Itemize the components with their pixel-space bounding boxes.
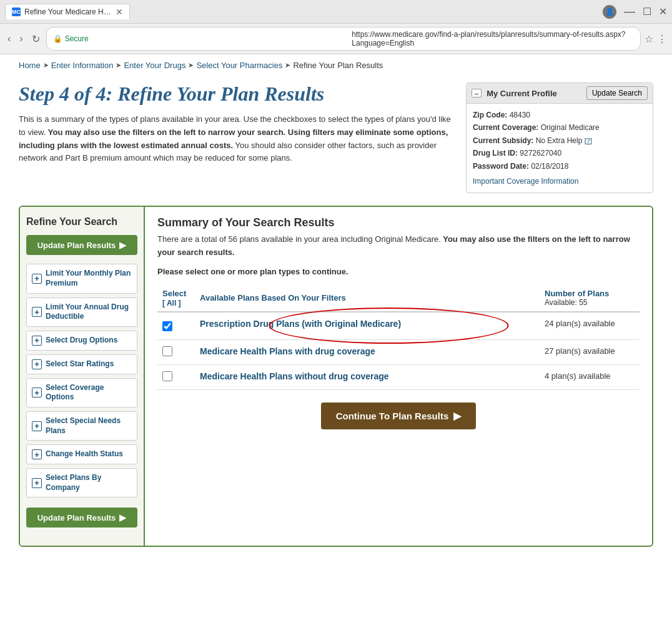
plan-checkbox-1[interactable] [162,321,172,331]
address-bar: ‹ › ↻ 🔒 Secure https://www.medicare.gov/… [0,24,672,54]
title-bar: MC Refine Your Medicare He... ✕ 👤 — ☐ ✕ [0,0,672,24]
bookmark-button[interactable]: ☆ [645,33,653,45]
continue-btn-label: Continue To Plan Results [336,411,449,421]
continue-section: Continue To Plan Results ▶ [157,390,640,436]
plan-count-cell-3: 4 plan(s) available [540,364,640,389]
plan-checkbox-cell-3 [157,364,195,389]
filter-label-6: Select Special Needs Plans [46,416,132,436]
plan-checkbox-2[interactable] [162,346,172,356]
drug-list-label: Drug List ID: [473,149,518,158]
plan-checkbox-cell-2 [157,339,195,364]
update-plan-results-button-bottom[interactable]: Update Plan Results ▶ [26,508,137,528]
profile-password-date: Password Date: 02/18/2018 [473,160,646,172]
summary-desc-text: There are a total of 56 plans available … [157,234,441,244]
summary-title: Summary of Your Search Results [157,216,640,229]
plan-count-cell-2: 27 plan(s) available [540,339,640,364]
filter-plus-icon-3: + [32,336,42,346]
profile-update-search-button[interactable]: Update Search [586,86,648,100]
header-section: Step 4 of 4: Refine Your Plan Results Th… [19,76,653,206]
available-plans-label: Available Plans Based On Your Filters [200,293,346,302]
continue-arrow-icon: ▶ [453,410,461,422]
filter-drug-options[interactable]: + Select Drug Options [26,331,137,351]
url-text: https://www.medicare.gov/find-a-plan/res… [352,30,634,48]
plan-name-cell-2: Medicare Health Plans with drug coverage [195,339,540,364]
summary-description: There are a total of 56 plans available … [157,233,640,259]
update-plan-results-button-top[interactable]: Update Plan Results ▶ [26,235,137,255]
window-minimize-button[interactable]: — [624,5,635,18]
plan-checkbox-3[interactable] [162,371,172,381]
profile-zip: Zip Code: 48430 [473,109,646,121]
breadcrumb-arrow-4: ➤ [285,61,290,69]
tab-close-button[interactable]: ✕ [116,7,123,17]
profile-minimize-button[interactable]: – [472,89,482,98]
th-select: Select [ All ] [157,285,195,312]
filter-plans-by-company[interactable]: + Select Plans By Company [26,468,137,498]
filter-plus-icon-7: + [32,449,42,459]
breadcrumb-select-pharmacies[interactable]: Select Your Pharmacies [196,61,282,70]
menu-button[interactable]: ⋮ [657,33,667,45]
plan-name-link-2[interactable]: Medicare Health Plans with drug coverage [200,346,375,356]
coverage-label: Current Coverage: [473,123,538,132]
filter-label-4: Select Star Ratings [46,359,114,369]
plan-checkbox-cell-1 [157,312,195,340]
breadcrumb-enter-drugs[interactable]: Enter Your Drugs [124,61,185,70]
available-count-value: 55 [579,298,587,307]
filter-monthly-premium[interactable]: + Limit Your Monthly Plan Premium [26,264,137,293]
filter-plus-icon-1: + [32,274,42,284]
profile-box: – My Current Profile Update Search Zip C… [466,82,653,193]
filter-star-ratings[interactable]: + Select Star Ratings [26,354,137,374]
filter-plus-icon-5: + [32,388,42,398]
window-close-button[interactable]: ✕ [659,6,667,18]
th-available-plans: Available Plans Based On Your Filters [195,285,540,312]
forward-button[interactable]: › [17,32,25,46]
summary-select-prompt: Please select one or more plan types to … [157,266,640,279]
page-title: Step 4 of 4: Refine Your Plan Results [19,82,453,106]
filter-plus-icon-2: + [32,307,42,317]
password-date-label: Password Date: [473,162,529,171]
select-all-link[interactable]: [ All ] [162,299,181,308]
profile-drug-list: Drug List ID: 9272627040 [473,147,646,159]
breadcrumb-enter-info[interactable]: Enter Information [51,61,114,70]
header-description: This is a summary of the types of plans … [19,113,453,165]
coverage-info-link[interactable]: Important Coverage Information [473,175,646,188]
browser-chrome: MC Refine Your Medicare He... ✕ 👤 — ☐ ✕ … [0,0,672,54]
breadcrumb: Home ➤ Enter Information ➤ Enter Your Dr… [19,54,653,76]
filter-coverage-options[interactable]: + Select Coverage Options [26,378,137,408]
tab-favicon: MC [12,8,21,16]
th-number-of-plans: Number of Plans Available: 55 [540,285,640,312]
subsidy-help-link[interactable]: [?] [585,137,592,144]
plan-count-3: 4 plan(s) available [545,371,611,381]
profile-subsidy: Current Subsidy: No Extra Help [?] [473,134,646,147]
filter-health-status[interactable]: + Change Health Status [26,444,137,464]
table-row: Medicare Health Plans with drug coverage… [157,339,640,364]
browser-tab[interactable]: MC Refine Your Medicare He... ✕ [5,4,130,19]
number-col-label: Number of Plans [545,289,609,298]
table-header-row: Select [ All ] Available Plans Based On … [157,285,640,312]
window-controls: 👤 — ☐ ✕ [603,5,667,19]
update-btn-bottom-wrapper: Update Plan Results ▶ [26,508,137,528]
plan-name-link-1[interactable]: Prescription Drug Plans (with Original M… [200,319,401,329]
tab-title: Refine Your Medicare He... [24,8,112,16]
secure-icon: 🔒 [53,34,62,43]
back-button[interactable]: ‹ [5,32,13,46]
reload-button[interactable]: ↻ [29,32,42,46]
profile-button[interactable]: 👤 [603,5,616,19]
breadcrumb-arrow-3: ➤ [188,61,194,69]
select-col-label: Select [162,289,186,298]
breadcrumb-home[interactable]: Home [19,61,41,70]
search-container: Refine Your Search Update Plan Results ▶… [19,206,653,547]
update-btn-label-bottom: Update Plan Results [37,513,116,522]
filter-label-5: Select Coverage Options [46,383,132,402]
available-count-label: Available: [545,298,577,307]
filter-label-7: Change Health Status [46,449,123,459]
filter-special-needs-plans[interactable]: + Select Special Needs Plans [26,411,137,441]
window-maximize-button[interactable]: ☐ [643,6,651,18]
filter-label-8: Select Plans By Company [46,473,132,492]
continue-to-plan-results-button[interactable]: Continue To Plan Results ▶ [321,402,477,429]
address-input[interactable]: 🔒 Secure https://www.medicare.gov/find-a… [46,27,641,51]
password-date-value: 02/18/2018 [531,162,568,171]
filter-annual-drug-deductible[interactable]: + Limit Your Annual Drug Deductible [26,298,137,327]
filter-plus-icon-6: + [32,421,42,431]
subsidy-label: Current Subsidy: [473,136,533,145]
plan-name-link-3[interactable]: Medicare Health Plans without drug cover… [200,371,389,381]
